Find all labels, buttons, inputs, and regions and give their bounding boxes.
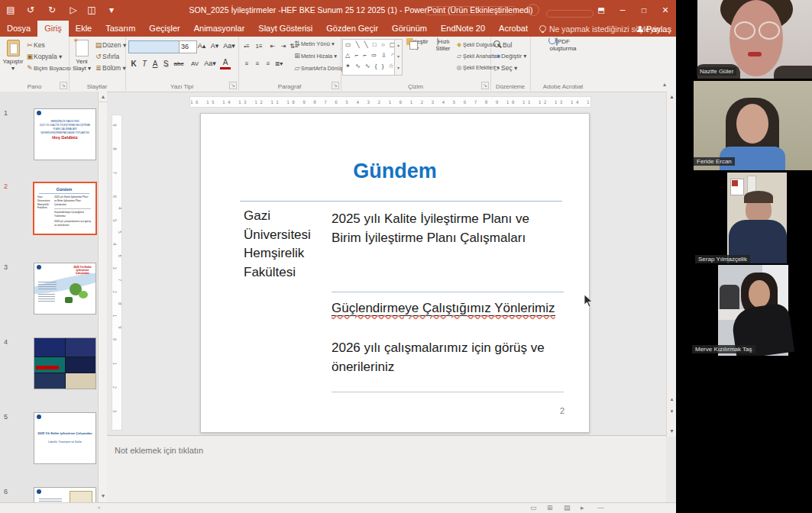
- normal-view-icon[interactable]: ▭: [530, 504, 537, 511]
- slide-sorter-view-icon[interactable]: ⊞: [547, 504, 553, 511]
- scroll-up-icon[interactable]: ▲: [99, 92, 107, 102]
- align-left-button[interactable]: ≡: [241, 58, 252, 69]
- thumb-number: 2: [4, 182, 8, 190]
- paragraph-dialog-launcher-icon[interactable]: ↘: [332, 82, 339, 89]
- slideshow-view-icon[interactable]: ▸: [581, 504, 584, 511]
- participant-video-4[interactable]: [676, 265, 812, 356]
- section-button[interactable]: ≣Bölüm ▾: [95, 63, 126, 73]
- tab-animasyonlar[interactable]: Animasyonlar: [187, 21, 252, 37]
- tab-tasarim[interactable]: Tasarım: [99, 21, 142, 37]
- restore-button[interactable]: □: [633, 0, 655, 21]
- paste-button[interactable]: Yapıştır▾: [1, 38, 25, 82]
- italic-button[interactable]: T: [139, 58, 150, 69]
- minimize-button[interactable]: –: [612, 0, 633, 21]
- tab-dosya[interactable]: Dosya: [0, 21, 37, 37]
- tab-acrobat[interactable]: Acrobat: [492, 21, 535, 37]
- slide-side-text[interactable]: Gazi Üniversitesi Hemşirelik Fakültesi: [244, 207, 329, 282]
- redo-icon[interactable]: ↻: [43, 0, 61, 21]
- shrink-font-button[interactable]: A▾: [209, 40, 221, 52]
- underline-button[interactable]: A: [150, 58, 160, 69]
- notes-pane[interactable]: Not eklemek için tıklatın: [107, 435, 666, 503]
- quick-styles-button[interactable]: Hızlı Stiller: [431, 38, 455, 82]
- tab-endnote[interactable]: EndNote 20: [434, 21, 492, 37]
- slide-page-number: 2: [560, 406, 565, 415]
- tab-gecisler[interactable]: Geçişler: [142, 21, 186, 37]
- tab-gozden-gecir[interactable]: Gözden Geçir: [319, 21, 385, 37]
- text-direction-button[interactable]: ⇅Metin Yönü ▾: [293, 38, 335, 49]
- undo-icon[interactable]: ↺: [21, 0, 40, 21]
- ribbon-display-options-icon[interactable]: ⬒: [590, 0, 612, 21]
- collapse-ribbon-icon[interactable]: ▴: [663, 81, 666, 88]
- shapes-row[interactable]: △ ⌐ ⌐ ⇨ ⇩ ◠: [345, 50, 396, 61]
- drawing-dialog-launcher-icon[interactable]: ↘: [481, 82, 489, 89]
- align-text-button[interactable]: ⊞Metni Hizala ▾: [293, 50, 337, 61]
- close-button[interactable]: ×: [655, 0, 676, 21]
- grow-font-button[interactable]: A▴: [196, 40, 208, 52]
- slide-thumbnail-3[interactable]: 2025 Yılı Kalite İyileştirme Çalışmaları: [34, 263, 96, 315]
- shapes-row[interactable]: ▭ ╲ ╲ □ ○ ▢: [345, 40, 396, 50]
- shapes-gallery[interactable]: ▭ ╲ ╲ □ ○ ▢ △ ⌐ ⌐ ⇨ ⇩ ◠ ✶ ∿ ∿ { } ☆: [342, 39, 396, 76]
- slide-thumbnail-1[interactable]: HEMŞİRELİK FAKÜLTESİ 2025 YILI KALİTE İY…: [34, 108, 96, 160]
- tab-slayt-gosterisi[interactable]: Slayt Gösterisi: [251, 21, 319, 37]
- tab-gorunum[interactable]: Görünüm: [385, 21, 434, 37]
- slide-item-3[interactable]: 2026 yılı çalışmalarımız için görüş ve ö…: [332, 339, 553, 376]
- tab-giris[interactable]: Giriş: [37, 21, 69, 37]
- format-painter-button[interactable]: ✎Biçim Boyacısı: [26, 63, 71, 73]
- justify-button[interactable]: ≣▾: [273, 58, 284, 69]
- slide-title[interactable]: Gündem: [201, 160, 589, 183]
- slide-canvas[interactable]: Gündem Gazi Üniversitesi Hemşirelik Fakü…: [200, 113, 590, 433]
- slide-thumbnail-4[interactable]: [34, 337, 96, 389]
- glasses-icon: [734, 21, 755, 40]
- align-right-button[interactable]: ≡: [263, 58, 273, 69]
- slide-thumbnail-5[interactable]: 2025 Yılı Kalite İyileştirme Çalışmaları…: [34, 412, 96, 464]
- font-dialog-launcher-icon[interactable]: ↘: [229, 82, 237, 89]
- print-preview-icon[interactable]: ◫: [82, 0, 101, 21]
- pdf-create-button[interactable]: PDF oluşturma: [542, 38, 584, 82]
- slide-item-2[interactable]: Güçlendirmeye Çalıştığımız Yönlerimiz: [332, 299, 568, 318]
- bullets-button[interactable]: •≡: [241, 40, 252, 52]
- reset-button[interactable]: ↺Sıfırla: [95, 51, 119, 62]
- character-spacing-button[interactable]: AV: [188, 58, 202, 69]
- main-scrollbar[interactable]: ▲ ▴ ▾ ▼: [666, 92, 677, 437]
- reading-view-icon[interactable]: ▤: [564, 504, 571, 511]
- statusbar-box-icon[interactable]: ▫: [98, 504, 100, 511]
- start-slideshow-icon[interactable]: ▷: [64, 0, 82, 21]
- font-name-box[interactable]: [128, 40, 180, 53]
- select-button[interactable]: ▷Seç ▾: [493, 63, 517, 73]
- scroll-down-icon[interactable]: ▼: [99, 491, 107, 501]
- increase-indent-button[interactable]: ⇥: [278, 40, 289, 52]
- font-color-button[interactable]: A: [220, 58, 231, 69]
- save-icon[interactable]: ▤: [2, 0, 20, 21]
- zoom-out-icon[interactable]: —: [597, 504, 604, 511]
- copy-button[interactable]: ▣Kopyala ▾: [26, 51, 62, 62]
- change-case-button[interactable]: Aa▾: [222, 40, 236, 52]
- participant-video-3[interactable]: [676, 173, 812, 263]
- align-center-button[interactable]: ≡: [252, 58, 263, 69]
- shapes-gallery-scroll[interactable]: ▴▾▾: [394, 39, 403, 76]
- new-slide-button[interactable]: Yeni Slayt ▾: [70, 38, 94, 82]
- shapes-row[interactable]: ✶ ∿ ∿ { } ☆: [345, 61, 396, 72]
- customize-qat-icon[interactable]: ▾: [102, 0, 121, 21]
- numbering-button[interactable]: 1≡: [254, 40, 264, 52]
- slide-item-1[interactable]: 2025 yılı Kalite İyileştirme Planı ve Bi…: [332, 210, 558, 247]
- lips: [748, 52, 762, 56]
- font-size-box[interactable]: 36: [179, 40, 197, 53]
- decrease-indent-button[interactable]: ⇤: [267, 40, 278, 52]
- arrange-button[interactable]: Yerleştir▾: [403, 38, 431, 82]
- tab-ekle[interactable]: Ekle: [69, 21, 99, 37]
- case-button[interactable]: Aa▾: [203, 58, 217, 69]
- text-shadow-button[interactable]: S: [160, 58, 171, 69]
- replace-button[interactable]: abDeğiştir ▾: [493, 51, 526, 62]
- strikethrough-button[interactable]: abc: [171, 58, 186, 69]
- cut-button[interactable]: ✂Kes: [26, 40, 45, 50]
- notes-placeholder[interactable]: Not eklemek için tıklatın: [115, 446, 203, 455]
- clipboard-dialog-launcher-icon[interactable]: ↘: [60, 82, 67, 89]
- slide-thumbnail-2-selected[interactable]: Gündem Gazi Üniversitesi Hemşirelik Fakü…: [33, 182, 97, 235]
- shape-fill-icon: ◈: [455, 40, 463, 50]
- share-button[interactable]: Paylaş: [637, 22, 671, 36]
- bold-button[interactable]: K: [128, 58, 139, 69]
- layout-button[interactable]: ▤Düzen ▾: [95, 40, 126, 50]
- find-button[interactable]: Bul: [493, 40, 512, 50]
- thumbnail-scrollbar[interactable]: ▲ ▼: [98, 92, 107, 502]
- slide-thumbnail-6[interactable]: [34, 487, 96, 502]
